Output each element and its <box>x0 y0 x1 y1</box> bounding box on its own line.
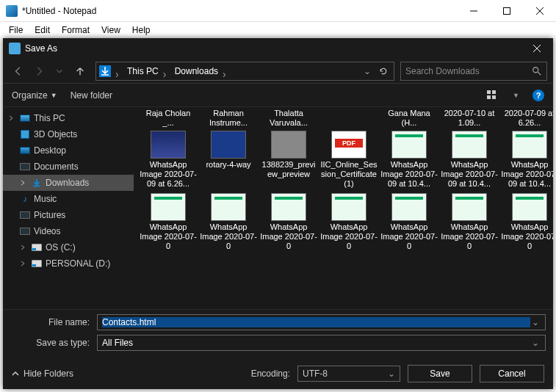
desktop-icon <box>19 145 31 156</box>
file-item[interactable]: Thalatta Varuvala... <box>260 109 317 128</box>
new-folder-button[interactable]: New folder <box>71 90 112 101</box>
tree-videos[interactable]: Videos <box>3 223 134 239</box>
menu-edit[interactable]: Edit <box>30 23 54 37</box>
filename-input[interactable] <box>102 317 530 327</box>
organize-menu[interactable]: Organize ▼ <box>12 90 57 101</box>
file-item[interactable]: WhatsApp Image 2020-07-0 <box>320 193 378 251</box>
dialog-nav: This PC Downloads <box>3 59 553 84</box>
image-thumbnail-icon <box>512 193 547 221</box>
dialog-toolbar: Organize ▼ New folder ▼ ? <box>3 84 553 107</box>
chevron-right-icon[interactable] <box>19 243 28 252</box>
menu-help[interactable]: Help <box>128 23 155 37</box>
file-item[interactable]: WhatsApp Image 2020-07-09 at 10.4... <box>441 131 498 189</box>
chevron-down-icon[interactable] <box>530 338 541 348</box>
file-item[interactable]: IIC_Online_Session_Certificate (1) <box>320 131 378 189</box>
tree-downloads[interactable]: Downloads <box>3 175 134 191</box>
file-item[interactable]: WhatsApp Image 2020-07-0 <box>140 193 197 251</box>
menu-format[interactable]: Format <box>57 23 94 37</box>
filetype-label: Save as type: <box>10 338 97 348</box>
file-item[interactable]: WhatsApp Image 2020-07-0 <box>501 193 553 251</box>
file-item[interactable]: Raja Cholan _... <box>140 109 197 128</box>
file-item[interactable]: Rahman Instrume... <box>200 109 257 128</box>
save-button[interactable]: Save <box>408 365 472 382</box>
file-item[interactable]: WhatsApp Image 2020-07-09 at 6.26... <box>140 131 197 189</box>
tree-3d-objects[interactable]: 3D Objects <box>3 126 134 142</box>
nav-back-button[interactable] <box>9 62 28 81</box>
view-options-button[interactable] <box>485 88 499 103</box>
svg-rect-8 <box>487 90 491 94</box>
tree-music[interactable]: ♪ Music <box>3 191 134 207</box>
file-item[interactable]: WhatsApp Image 2020-07-0 <box>260 193 317 251</box>
image-thumbnail-icon <box>452 193 487 221</box>
notepad-icon <box>6 5 18 17</box>
pdf-icon <box>331 131 367 159</box>
breadcrumb[interactable]: This PC Downloads <box>95 62 394 81</box>
dialog-close-button[interactable] <box>520 38 553 59</box>
svg-rect-9 <box>492 90 496 94</box>
maximize-button[interactable] <box>490 0 523 22</box>
file-item[interactable]: WhatsApp Image 2020-07-0 <box>380 193 438 251</box>
dialog-inputs: File name: Save as type: All Files <box>3 309 553 358</box>
menu-file[interactable]: File <box>4 23 27 37</box>
image-thumbnail-icon <box>452 131 487 159</box>
file-item[interactable]: 2020-07-10 at 1.09... <box>441 109 498 128</box>
close-button[interactable] <box>523 0 556 22</box>
file-item[interactable]: rotary-4-way <box>200 131 257 189</box>
pc-icon <box>19 112 31 124</box>
expand-icon[interactable] <box>7 114 16 123</box>
tree-this-pc[interactable]: This PC <box>3 110 134 126</box>
hide-folders-button[interactable]: Hide Folders <box>12 369 73 379</box>
svg-rect-11 <box>492 95 496 99</box>
disk-icon <box>31 242 43 253</box>
svg-rect-10 <box>487 95 491 99</box>
image-thumbnail-icon <box>512 131 547 159</box>
file-item[interactable]: 1388239_preview_preview <box>260 131 317 189</box>
view-dropdown-icon[interactable]: ▼ <box>513 92 519 99</box>
documents-icon <box>19 161 31 173</box>
menu-view[interactable]: View <box>97 23 125 37</box>
notepad-titlebar: *Untitled - Notepad <box>0 0 556 22</box>
file-item[interactable]: WhatsApp Image 2020-07-0 <box>441 193 498 251</box>
tree-documents[interactable]: Documents <box>3 159 134 175</box>
chevron-right-icon[interactable] <box>19 259 28 268</box>
filename-field[interactable] <box>97 314 546 330</box>
tree-personal-d[interactable]: PERSONAL (D:) <box>3 255 134 272</box>
videos-icon <box>19 225 31 237</box>
minimize-button[interactable] <box>457 0 490 22</box>
chevron-down-icon[interactable] <box>530 317 541 327</box>
nav-up-button[interactable] <box>71 62 90 81</box>
search-box[interactable] <box>400 62 547 81</box>
chevron-right-icon[interactable] <box>163 68 170 75</box>
refresh-button[interactable] <box>376 64 391 79</box>
file-item[interactable] <box>320 109 378 128</box>
breadcrumb-history-button[interactable] <box>360 64 375 79</box>
image-thumbnail-icon <box>331 193 367 221</box>
tree-os-c[interactable]: OS (C:) <box>3 239 134 255</box>
image-thumbnail-icon <box>151 193 186 221</box>
file-item[interactable]: WhatsApp Image 2020-07-0 <box>200 193 257 251</box>
chevron-right-icon[interactable] <box>19 178 28 187</box>
file-item[interactable]: WhatsApp Image 2020-07-09 at 10.4... <box>380 131 438 189</box>
tree-pictures[interactable]: Pictures <box>3 207 134 223</box>
tree-desktop[interactable]: Desktop <box>3 142 134 159</box>
nav-recent-button[interactable] <box>50 62 69 81</box>
breadcrumb-downloads[interactable]: Downloads <box>172 66 221 76</box>
chevron-right-icon[interactable] <box>223 68 230 75</box>
breadcrumb-this-pc[interactable]: This PC <box>124 66 162 76</box>
file-item[interactable]: WhatsApp Image 2020-07-09 at 10.4... <box>501 131 553 189</box>
chevron-right-icon[interactable] <box>115 68 123 75</box>
nav-forward-button[interactable] <box>29 62 48 81</box>
downloads-icon <box>31 177 43 189</box>
help-button[interactable]: ? <box>532 90 544 101</box>
file-item[interactable]: 2020-07-09 at 6.26... <box>501 109 553 128</box>
cancel-button[interactable]: Cancel <box>480 365 544 382</box>
search-icon[interactable] <box>532 66 542 76</box>
filename-label: File name: <box>10 317 97 327</box>
file-item[interactable]: Gana Mana (H... <box>380 109 438 128</box>
chevron-down-icon[interactable] <box>388 369 395 379</box>
files-pane[interactable]: Raja Cholan _... Rahman Instrume... Thal… <box>134 107 553 309</box>
filetype-field[interactable]: All Files <box>97 335 546 351</box>
svg-line-7 <box>538 71 541 74</box>
search-input[interactable] <box>405 66 532 76</box>
encoding-select[interactable]: UTF-8 <box>297 366 400 382</box>
